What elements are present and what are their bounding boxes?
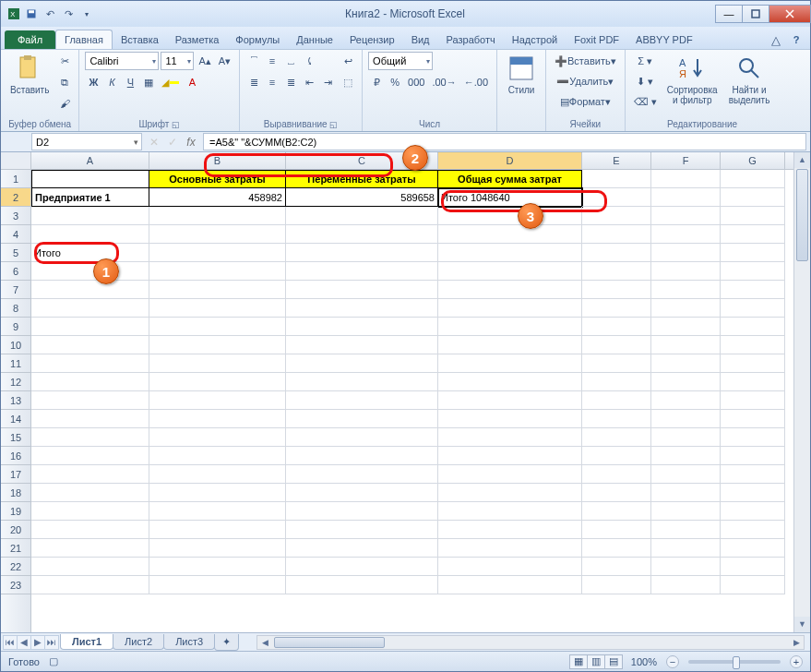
cell-G18[interactable] — [721, 484, 785, 502]
cell-B6[interactable] — [149, 262, 286, 281]
cell-G8[interactable] — [721, 299, 785, 318]
cell-G12[interactable] — [721, 373, 785, 391]
cell-D19[interactable] — [438, 502, 582, 521]
row-header-23[interactable]: 23 — [1, 576, 30, 594]
row-header-21[interactable]: 21 — [1, 539, 30, 558]
cell-G16[interactable] — [721, 447, 785, 465]
horizontal-scrollbar[interactable]: ◀ ▶ — [256, 635, 805, 650]
cell-A20[interactable] — [31, 521, 149, 539]
row-header-3[interactable]: 3 — [1, 207, 30, 225]
row-header-15[interactable]: 15 — [1, 428, 30, 447]
cell-F11[interactable] — [651, 354, 721, 373]
cell-B21[interactable] — [149, 539, 286, 558]
row-header-8[interactable]: 8 — [1, 299, 30, 318]
cell-G10[interactable] — [721, 336, 785, 354]
cell-E12[interactable] — [582, 373, 651, 391]
align-top-icon[interactable]: ⎴ — [245, 52, 262, 70]
cell-E4[interactable] — [582, 225, 651, 244]
cell-A13[interactable] — [31, 391, 149, 410]
cell-B14[interactable] — [149, 410, 286, 428]
cell-E2[interactable] — [582, 188, 651, 207]
row-header-6[interactable]: 6 — [1, 262, 30, 281]
row-header-7[interactable]: 7 — [1, 281, 30, 299]
increase-indent-icon[interactable]: ⇥ — [319, 73, 336, 91]
cell-C6[interactable] — [286, 262, 438, 281]
cell-B11[interactable] — [149, 354, 286, 373]
cell-D8[interactable] — [438, 299, 582, 318]
cell-G4[interactable] — [721, 225, 785, 244]
currency-icon[interactable]: ₽ — [368, 73, 385, 91]
redo-icon[interactable]: ↷ — [60, 6, 77, 21]
cell-F13[interactable] — [651, 391, 721, 410]
cell-F20[interactable] — [651, 521, 721, 539]
cell-F1[interactable] — [651, 170, 721, 188]
sheet-tab-2[interactable]: Лист2 — [113, 634, 164, 650]
cell-F23[interactable] — [651, 576, 721, 594]
font-color-icon[interactable]: A — [184, 73, 200, 91]
cell-G21[interactable] — [721, 539, 785, 558]
cell-G1[interactable] — [721, 170, 785, 188]
cell-C21[interactable] — [286, 539, 438, 558]
increase-decimal-icon[interactable]: .00→ — [429, 73, 459, 91]
decrease-indent-icon[interactable]: ⇤ — [301, 73, 317, 91]
cell-B4[interactable] — [149, 225, 286, 244]
cell-E11[interactable] — [582, 354, 651, 373]
cell-A22[interactable] — [31, 558, 149, 576]
row-header-10[interactable]: 10 — [1, 336, 30, 354]
cell-B22[interactable] — [149, 558, 286, 576]
scroll-left-icon[interactable]: ◀ — [257, 636, 272, 649]
cell-G15[interactable] — [721, 428, 785, 447]
delete-cells-button[interactable]: ➖ Удалить ▾ — [552, 72, 619, 90]
cell-E20[interactable] — [582, 521, 651, 539]
row-header-11[interactable]: 11 — [1, 354, 30, 373]
cell-G5[interactable] — [721, 244, 785, 262]
underline-button[interactable]: Ч — [122, 73, 138, 91]
cell-B16[interactable] — [149, 447, 286, 465]
cell-C7[interactable] — [286, 281, 438, 299]
hscroll-thumb[interactable] — [274, 637, 385, 648]
macro-record-icon[interactable]: ▢ — [49, 655, 58, 667]
close-button[interactable] — [769, 5, 811, 23]
cell-B20[interactable] — [149, 521, 286, 539]
cell-E19[interactable] — [582, 502, 651, 521]
row-header-9[interactable]: 9 — [1, 318, 30, 336]
cell-G6[interactable] — [721, 262, 785, 281]
cell-A11[interactable] — [31, 354, 149, 373]
align-center-icon[interactable]: ≡ — [264, 73, 280, 91]
decrease-decimal-icon[interactable]: ←.00 — [461, 73, 491, 91]
cell-E15[interactable] — [582, 428, 651, 447]
cell-F8[interactable] — [651, 299, 721, 318]
cell-A7[interactable] — [31, 281, 149, 299]
cell-G7[interactable] — [721, 281, 785, 299]
cell-C1[interactable]: Переменные затраты — [286, 170, 438, 188]
cell-A21[interactable] — [31, 539, 149, 558]
cell-D7[interactable] — [438, 281, 582, 299]
align-right-icon[interactable]: ≣ — [282, 73, 299, 91]
format-painter-icon[interactable]: 🖌 — [56, 94, 73, 113]
cell-C13[interactable] — [286, 391, 438, 410]
sort-filter-button[interactable]: АЯ Сортировка и фильтр — [663, 52, 722, 107]
cell-C3[interactable] — [286, 207, 438, 225]
cell-E10[interactable] — [582, 336, 651, 354]
cell-D2[interactable]: Итого 1048640 — [438, 188, 582, 207]
cell-B5[interactable] — [149, 244, 286, 262]
tab-developer[interactable]: Разработч — [438, 30, 504, 49]
copy-icon[interactable]: ⧉ — [56, 73, 73, 91]
tab-abbyy[interactable]: ABBYY PDF — [627, 30, 701, 49]
cell-F21[interactable] — [651, 539, 721, 558]
font-dialog-launcher-icon[interactable]: ◱ — [172, 120, 180, 129]
row-header-4[interactable]: 4 — [1, 225, 30, 244]
cell-A14[interactable] — [31, 410, 149, 428]
cell-A3[interactable] — [31, 207, 149, 225]
vertical-scrollbar[interactable]: ▲ ▼ — [793, 152, 810, 632]
tab-review[interactable]: Рецензир — [341, 30, 403, 49]
cell-E21[interactable] — [582, 539, 651, 558]
cell-F4[interactable] — [651, 225, 721, 244]
cell-G20[interactable] — [721, 521, 785, 539]
sheet-nav-prev-icon[interactable]: ◀ — [17, 635, 31, 650]
zoom-out-icon[interactable]: − — [666, 655, 679, 668]
tab-data[interactable]: Данные — [288, 30, 341, 49]
italic-button[interactable]: К — [103, 73, 120, 91]
zoom-in-icon[interactable]: + — [790, 655, 803, 668]
cell-E7[interactable] — [582, 281, 651, 299]
